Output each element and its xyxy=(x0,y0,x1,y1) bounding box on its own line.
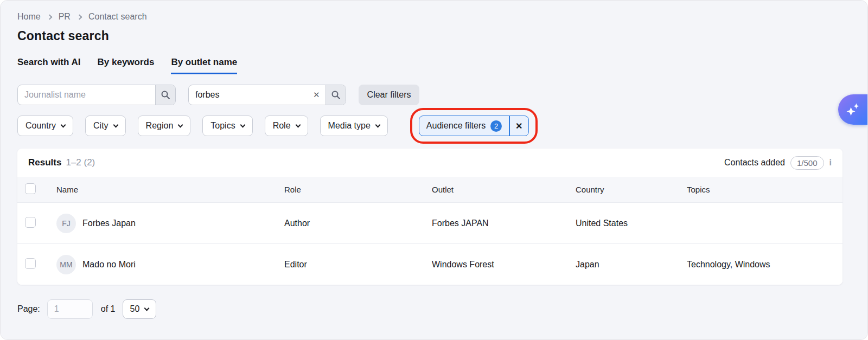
contact-country: Japan xyxy=(576,260,687,270)
search-icon xyxy=(331,90,341,100)
row-checkbox[interactable] xyxy=(25,217,36,228)
column-header-country: Country xyxy=(576,185,687,194)
contact-topics: Technology, Windows xyxy=(687,260,843,270)
results-range: 1–2 (2) xyxy=(66,157,95,168)
audience-filters-close-icon[interactable]: ✕ xyxy=(510,116,528,136)
breadcrumb: Home PR Contact search xyxy=(17,12,867,22)
red-annotation-highlight: Audience filters 2 ✕ xyxy=(410,108,538,144)
contact-name[interactable]: Mado no Mori xyxy=(82,260,136,270)
filter-role[interactable]: Role xyxy=(265,116,308,136)
chevron-down-icon xyxy=(178,122,183,127)
filter-topics[interactable]: Topics xyxy=(202,116,252,136)
filter-media-type-label: Media type xyxy=(328,121,371,131)
select-all-checkbox[interactable] xyxy=(25,183,36,194)
breadcrumb-contact-search: Contact search xyxy=(88,12,147,22)
tab-search-with-ai[interactable]: Search with AI xyxy=(17,57,81,74)
contact-role: Author xyxy=(284,219,432,228)
breadcrumb-pr[interactable]: PR xyxy=(59,12,71,22)
chevron-down-icon xyxy=(375,122,380,127)
chevron-down-icon xyxy=(144,305,150,311)
table-header-row: Name Role Outlet Country Topics xyxy=(17,177,843,202)
table-row[interactable]: FJ Forbes Japan Author Forbes JAPAN Unit… xyxy=(17,202,843,243)
filter-country[interactable]: Country xyxy=(17,116,73,136)
page-number-input[interactable] xyxy=(47,299,93,319)
clear-filters-button[interactable]: Clear filters xyxy=(359,85,420,105)
outlet-search-group: ✕ xyxy=(188,85,346,105)
search-row: ✕ Clear filters xyxy=(17,85,867,105)
page-size-value: 50 xyxy=(130,304,140,314)
pagination-bar: Page: of 1 50 xyxy=(17,299,867,319)
outlet-search-button[interactable] xyxy=(326,85,346,105)
page-label: Page: xyxy=(17,304,40,314)
contact-outlet: Windows Forest xyxy=(432,260,576,270)
row-checkbox[interactable] xyxy=(25,258,36,269)
contacts-added-group: Contacts added 1/500 i xyxy=(724,156,832,170)
chevron-down-icon xyxy=(113,122,118,127)
journalist-search-button[interactable] xyxy=(155,85,175,105)
tab-by-outlet-name[interactable]: By outlet name xyxy=(171,57,237,74)
filter-topics-label: Topics xyxy=(210,121,235,131)
results-title: Results xyxy=(28,157,61,168)
audience-filters-button[interactable]: Audience filters 2 ✕ xyxy=(419,116,529,136)
breadcrumb-home[interactable]: Home xyxy=(17,12,41,22)
page-total-label: of 1 xyxy=(101,304,116,314)
audience-filters-main[interactable]: Audience filters 2 xyxy=(419,116,509,136)
chevron-down-icon xyxy=(61,122,66,127)
contacts-added-label: Contacts added xyxy=(724,158,785,168)
chevron-down-icon xyxy=(295,122,301,127)
chevron-down-icon xyxy=(240,122,245,127)
clear-input-icon[interactable]: ✕ xyxy=(308,85,326,105)
column-header-name: Name xyxy=(56,185,284,194)
info-icon[interactable]: i xyxy=(829,158,832,168)
ai-assistant-button[interactable] xyxy=(838,94,867,125)
table-row[interactable]: MM Mado no Mori Editor Windows Forest Ja… xyxy=(17,243,843,285)
journalist-search-group xyxy=(17,85,176,105)
audience-filters-label: Audience filters xyxy=(426,121,486,131)
chevron-right-icon xyxy=(76,15,82,20)
results-card: Results 1–2 (2) Contacts added 1/500 i N… xyxy=(17,149,843,285)
contact-name[interactable]: Forbes Japan xyxy=(82,219,136,228)
search-icon xyxy=(161,90,170,100)
column-header-outlet: Outlet xyxy=(432,185,576,194)
filter-city[interactable]: City xyxy=(85,116,126,136)
contact-search-page: Home PR Contact search Contact search Se… xyxy=(0,0,868,340)
sparkles-icon xyxy=(845,101,861,118)
journalist-name-input[interactable] xyxy=(18,85,155,105)
contacts-added-count-badge: 1/500 xyxy=(790,156,824,170)
column-header-topics: Topics xyxy=(687,185,843,194)
chevron-right-icon xyxy=(47,15,52,20)
filter-role-label: Role xyxy=(273,121,291,131)
page-title: Contact search xyxy=(17,29,867,43)
contact-country: United States xyxy=(576,219,687,228)
audience-filters-count-badge: 2 xyxy=(490,120,502,132)
contact-role: Editor xyxy=(284,260,432,270)
contact-outlet: Forbes JAPAN xyxy=(432,219,576,228)
outlet-name-input[interactable] xyxy=(189,85,308,105)
results-summary: Results 1–2 (2) xyxy=(28,157,95,168)
filter-region-label: Region xyxy=(146,121,174,131)
page-size-select[interactable]: 50 xyxy=(123,299,157,319)
tab-bar: Search with AI By keywords By outlet nam… xyxy=(17,57,867,74)
filter-media-type[interactable]: Media type xyxy=(320,116,388,136)
avatar: MM xyxy=(56,255,76,274)
tab-by-keywords[interactable]: By keywords xyxy=(98,57,155,74)
filter-country-label: Country xyxy=(25,121,56,131)
avatar: FJ xyxy=(56,214,76,233)
filter-region[interactable]: Region xyxy=(138,116,191,136)
filter-city-label: City xyxy=(93,121,108,131)
column-header-role: Role xyxy=(284,185,432,194)
filter-row: Country City Region Topics Role Media ty… xyxy=(17,116,867,136)
results-header: Results 1–2 (2) Contacts added 1/500 i xyxy=(17,149,843,177)
